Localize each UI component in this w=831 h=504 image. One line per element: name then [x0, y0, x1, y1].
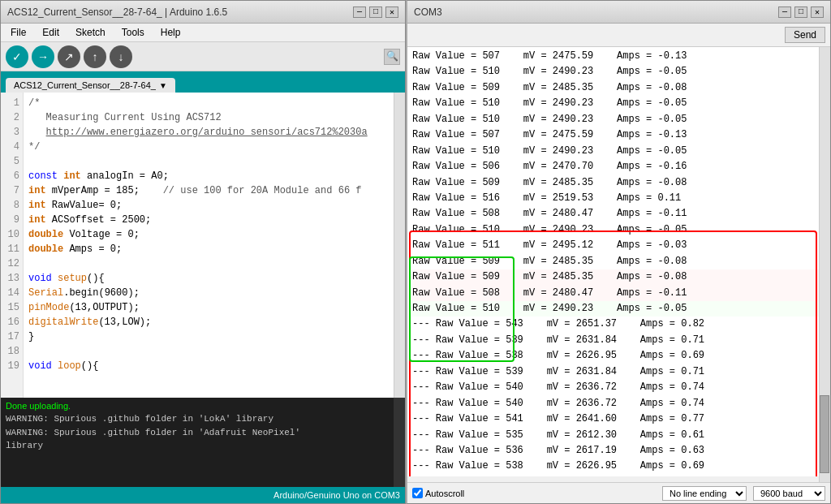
serial-line: Raw Value = 509 mV = 2485.35 Amps = -0.0…: [412, 175, 825, 191]
tab-dropdown-icon[interactable]: ▼: [159, 81, 167, 90]
serial-line: Raw Value = 508 mV = 2480.47 Amps = -0.1…: [412, 206, 825, 222]
code-content[interactable]: /* Measuring Current Using ACS712 http:/…: [24, 93, 394, 398]
serial-line: Raw Value = 510 mV = 2490.23 Amps = -0.0…: [412, 222, 825, 238]
output-status: Done uploading.: [6, 401, 400, 411]
scrollbar-thumb[interactable]: [820, 395, 829, 473]
serial-line-green-7: --- Raw Value = 541 mV = 2641.60 Amps = …: [412, 411, 825, 427]
serial-minimize-btn[interactable]: —: [778, 6, 791, 18]
serial-line: Raw Value = 511 mV = 2495.12 Amps = -0.0…: [412, 238, 825, 253]
line-ending-select[interactable]: No line ending Newline Carriage return B…: [662, 486, 747, 501]
menu-sketch[interactable]: Sketch: [72, 25, 109, 40]
output-line-2: WARNING: Spurious .github folder in 'Ada…: [6, 426, 400, 440]
serial-output: Raw Value = 507 mV = 2475.59 Amps = -0.1…: [407, 47, 830, 476]
serial-output-wrapper: Raw Value = 507 mV = 2475.59 Amps = -0.1…: [407, 47, 830, 482]
autoscroll-label[interactable]: Autoscroll: [412, 488, 464, 498]
serial-line-green-8: --- Raw Value = 535 mV = 2612.30 Amps = …: [412, 428, 825, 443]
serial-line: Raw Value = 510 mV = 2490.23 Amps = -0.0…: [412, 112, 825, 127]
serial-line: Raw Value = 510 mV = 2490.23 Amps = -0.0…: [412, 96, 825, 111]
maximize-btn[interactable]: □: [369, 6, 382, 18]
serial-statusbar: Autoscroll No line ending Newline Carria…: [407, 482, 830, 503]
autoscroll-text: Autoscroll: [425, 489, 464, 498]
serial-titlebar: COM3 — □ ✕: [407, 1, 830, 24]
output-line-3: library: [6, 439, 400, 453]
save-btn[interactable]: ↓: [110, 45, 132, 68]
arduino-tabbar: ACS12_Current_Sensor__28-7-64_ ▼: [1, 71, 405, 93]
serial-line-green-6: --- Raw Value = 540 mV = 2636.72 Amps = …: [412, 396, 825, 411]
serial-line: Raw Value = 516 mV = 2519.53 Amps = 0.11: [412, 191, 825, 206]
serial-line-green-3: --- Raw Value = 538 mV = 2626.95 Amps = …: [412, 348, 825, 364]
menu-file[interactable]: File: [7, 25, 29, 40]
output-line-1: WARNING: Spurious .github folder in 'Lok…: [6, 412, 400, 426]
arduino-title: ACS12_Current_Sensor__28-7-64_ | Arduino…: [7, 6, 227, 18]
serial-line: Raw Value = 510 mV = 2490.23 Amps = -0.0…: [412, 144, 825, 159]
serial-line: Raw Value = 506 mV = 2470.70 Amps = -0.1…: [412, 159, 825, 174]
serial-line-green-2: --- Raw Value = 539 mV = 2631.84 Amps = …: [412, 333, 825, 348]
serial-line-red-1: Raw Value = 509 mV = 2485.35 Amps = -0.0…: [412, 269, 825, 285]
editor-tab[interactable]: ACS12_Current_Sensor__28-7-64_ ▼: [6, 78, 175, 93]
arduino-statusbar: Arduino/Genuino Uno on COM3: [1, 487, 405, 503]
minimize-btn[interactable]: —: [353, 6, 366, 18]
line-numbers: 12345678910111213141516171819: [1, 93, 24, 398]
output-area: Done uploading. WARNING: Spurious .githu…: [1, 398, 405, 487]
output-scrollbar[interactable]: [394, 398, 405, 487]
serial-line-red-3: Raw Value = 510 mV = 2490.23 Amps = -0.0…: [412, 301, 825, 317]
serial-line: Raw Value = 509 mV = 2485.35 Amps = -0.0…: [412, 254, 825, 269]
autoscroll-checkbox[interactable]: [412, 488, 423, 498]
baud-rate-select[interactable]: 300 baud 1200 baud 2400 baud 4800 baud 9…: [753, 486, 825, 501]
send-button[interactable]: Send: [785, 27, 825, 43]
code-editor[interactable]: 12345678910111213141516171819 /* Measuri…: [1, 93, 405, 398]
new-btn[interactable]: ↗: [58, 45, 80, 68]
arduino-window-controls: — □ ✕: [353, 6, 398, 18]
serial-line-red-2: Raw Value = 508 mV = 2480.47 Amps = -0.1…: [412, 286, 825, 301]
serial-line-green-10: --- Raw Value = 538 mV = 2626.95 Amps = …: [412, 459, 825, 474]
editor-scrollbar[interactable]: [394, 93, 405, 398]
serial-line-green-4: --- Raw Value = 539 mV = 2631.84 Amps = …: [412, 364, 825, 380]
serial-close-btn[interactable]: ✕: [811, 6, 824, 18]
upload-btn[interactable]: →: [32, 45, 54, 68]
serial-send-toolbar: Send: [407, 24, 830, 47]
serial-maximize-btn[interactable]: □: [794, 6, 807, 18]
serial-window: COM3 — □ ✕ Send Raw Value = 507 mV = 247…: [406, 0, 831, 504]
serial-line: Raw Value = 510 mV = 2490.23 Amps = -0.0…: [412, 64, 825, 80]
serial-scrollbar[interactable]: [819, 47, 830, 482]
arduino-toolbar: ✓ → ↗ ↑ ↓ 🔍: [1, 42, 405, 71]
serial-line: Raw Value = 509 mV = 2485.35 Amps = -0.0…: [412, 80, 825, 96]
open-btn[interactable]: ↑: [84, 45, 106, 68]
statusbar-text: Arduino/Genuino Uno on COM3: [273, 490, 400, 500]
arduino-window: ACS12_Current_Sensor__28-7-64_ | Arduino…: [0, 0, 406, 504]
serial-title: COM3: [414, 6, 442, 18]
menu-edit[interactable]: Edit: [39, 25, 62, 40]
close-btn[interactable]: ✕: [385, 6, 398, 18]
serial-line-green-1: --- Raw Value = 543 mV = 2651.37 Amps = …: [412, 317, 825, 332]
serial-window-controls: — □ ✕: [778, 6, 824, 18]
serial-line: Raw Value = 507 mV = 2475.59 Amps = -0.1…: [412, 127, 825, 143]
menu-help[interactable]: Help: [157, 25, 184, 40]
arduino-titlebar: ACS12_Current_Sensor__28-7-64_ | Arduino…: [1, 1, 405, 24]
serial-line-green-9: --- Raw Value = 536 mV = 2617.19 Amps = …: [412, 443, 825, 459]
arduino-menubar: File Edit Sketch Tools Help: [1, 24, 405, 42]
verify-btn[interactable]: ✓: [6, 45, 28, 68]
serial-line: Raw Value = 507 mV = 2475.59 Amps = -0.1…: [412, 49, 825, 64]
tab-label: ACS12_Current_Sensor__28-7-64_: [14, 80, 156, 90]
menu-tools[interactable]: Tools: [118, 25, 148, 40]
serial-line-green-5: --- Raw Value = 540 mV = 2636.72 Amps = …: [412, 380, 825, 395]
serial-monitor-btn[interactable]: 🔍: [384, 49, 400, 65]
